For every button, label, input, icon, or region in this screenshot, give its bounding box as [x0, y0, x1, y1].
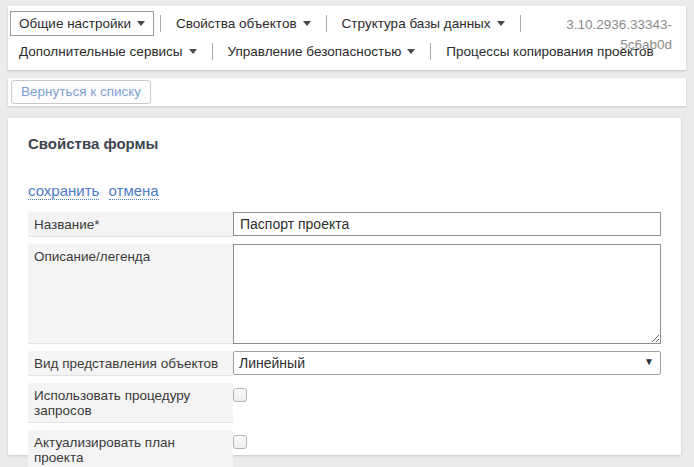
description-field-label: Описание/легенда	[28, 244, 233, 344]
menu-item-label: Свойства объектов	[176, 16, 297, 31]
save-link[interactable]: сохранить	[28, 182, 99, 200]
actualize-plan-checkbox[interactable]	[233, 435, 247, 449]
view-type-field-cell: Линейный ▼	[233, 351, 661, 376]
form-row-description: Описание/легенда	[28, 244, 661, 344]
form-row-use-query-procedure: Использовать процедуру запросов	[28, 383, 661, 423]
name-field-cell	[233, 212, 661, 237]
page-title: Свойства формы	[28, 135, 661, 152]
menu-item-label: Дополнительные сервисы	[19, 44, 183, 59]
toolbar-strip: Вернуться к списку	[8, 78, 686, 106]
actualize-plan-cell	[233, 430, 661, 467]
menu-separator	[160, 15, 161, 32]
use-query-procedure-cell	[233, 383, 661, 423]
caret-down-icon	[137, 21, 145, 26]
top-menubar: Общие настройки Свойства объектов Структ…	[8, 6, 686, 70]
menu-item-label: Управление безопасностью	[228, 44, 402, 59]
cancel-link[interactable]: отмена	[109, 182, 159, 200]
actualize-plan-label: Актуализировать план проекта	[28, 430, 233, 467]
menu-item-security-management[interactable]: Управление безопасностью	[219, 39, 425, 64]
version-line-1: 3.10.2936.33343-	[566, 15, 672, 35]
form-row-name: Название*	[28, 212, 661, 237]
form-row-view-type: Вид представления объектов Линейный ▼	[28, 351, 661, 376]
form-actions: сохранить отмена	[28, 182, 661, 199]
menu-separator	[520, 15, 521, 32]
caret-down-icon	[189, 49, 197, 54]
description-field-cell	[233, 244, 661, 344]
caret-down-icon	[407, 49, 415, 54]
menu-separator	[212, 43, 213, 60]
use-query-procedure-label: Использовать процедуру запросов	[28, 383, 233, 423]
menu-item-database-structure[interactable]: Структура базы данных	[333, 11, 514, 36]
form-properties-panel: Свойства формы сохранить отмена Название…	[8, 118, 681, 455]
menu-separator	[326, 15, 327, 32]
version-number: 3.10.2936.33343- 5c6ab0d	[566, 15, 672, 56]
view-type-select-wrap: Линейный ▼	[233, 351, 661, 375]
menu-separator	[430, 43, 431, 60]
name-field-label: Название*	[28, 212, 233, 237]
menu-item-additional-services[interactable]: Дополнительные сервисы	[10, 39, 206, 64]
page: Общие настройки Свойства объектов Структ…	[0, 0, 694, 467]
name-input[interactable]	[233, 212, 661, 236]
version-line-2: 5c6ab0d	[566, 35, 672, 55]
description-textarea[interactable]	[233, 244, 661, 344]
menu-item-general-settings[interactable]: Общие настройки	[10, 11, 154, 36]
view-type-select[interactable]: Линейный	[233, 351, 661, 375]
view-type-field-label: Вид представления объектов	[28, 351, 233, 376]
caret-down-icon	[303, 21, 311, 26]
use-query-procedure-checkbox[interactable]	[233, 388, 247, 402]
form-row-actualize-plan: Актуализировать план проекта	[28, 430, 661, 467]
menu-item-object-properties[interactable]: Свойства объектов	[167, 11, 320, 36]
back-to-list-button[interactable]: Вернуться к списку	[11, 80, 151, 104]
menu-item-label: Общие настройки	[19, 16, 131, 31]
menu-item-label: Структура базы данных	[342, 16, 491, 31]
caret-down-icon	[497, 21, 505, 26]
